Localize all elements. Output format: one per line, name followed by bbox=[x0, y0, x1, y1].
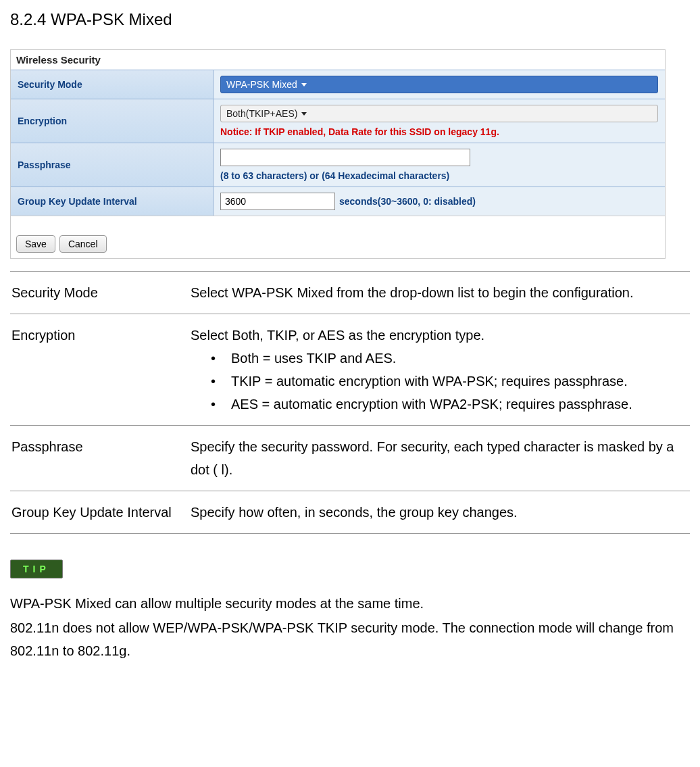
group-key-suffix: seconds(30~3600, 0: disabled) bbox=[339, 196, 476, 207]
security-mode-value: WPA-PSK Mixed bbox=[226, 79, 297, 90]
wireless-security-panel: Wireless Security Security Mode WPA-PSK … bbox=[10, 49, 666, 259]
desc-text: Select WPA-PSK Mixed from the drop-down … bbox=[189, 272, 690, 314]
tip-text: WPA-PSK Mixed can allow multiple securit… bbox=[10, 592, 690, 662]
chevron-down-icon bbox=[301, 83, 307, 86]
label-passphrase: Passphrase bbox=[11, 143, 214, 187]
list-item: AES = automatic encryption with WPA2-PSK… bbox=[211, 393, 686, 416]
row-encryption: Encryption Both(TKIP+AES) Notice: If TKI… bbox=[11, 99, 665, 143]
label-security-mode: Security Mode bbox=[11, 70, 214, 99]
desc-text: Specify the security password. For secur… bbox=[189, 426, 690, 491]
list-item: Both = uses TKIP and AES. bbox=[211, 347, 686, 370]
encryption-notice: Notice: If TKIP enabled, Data Rate for t… bbox=[220, 126, 658, 137]
label-group-key: Group Key Update Interval bbox=[11, 187, 214, 216]
chevron-down-icon bbox=[301, 112, 307, 116]
passphrase-input[interactable] bbox=[220, 149, 470, 166]
table-row: Security Mode Select WPA-PSK Mixed from … bbox=[10, 272, 690, 314]
encryption-select[interactable]: Both(TKIP+AES) bbox=[220, 105, 658, 122]
save-button[interactable]: Save bbox=[16, 235, 55, 253]
security-mode-select[interactable]: WPA-PSK Mixed bbox=[220, 76, 658, 93]
description-table: Security Mode Select WPA-PSK Mixed from … bbox=[10, 271, 690, 534]
encryption-value: Both(TKIP+AES) bbox=[226, 108, 297, 119]
table-row: Passphrase Specify the security password… bbox=[10, 426, 690, 491]
desc-bullets: Both = uses TKIP and AES. TKIP = automat… bbox=[191, 347, 686, 416]
row-passphrase: Passphrase (8 to 63 characters) or (64 H… bbox=[11, 143, 665, 187]
page-heading: 8.2.4 WPA-PSK Mixed bbox=[10, 10, 690, 29]
action-bar: Save Cancel bbox=[11, 216, 665, 258]
desc-term: Passphrase bbox=[10, 426, 189, 491]
tip-line: 802.11n does not allow WEP/WPA-PSK/WPA-P… bbox=[10, 616, 690, 662]
label-encryption: Encryption bbox=[11, 99, 214, 143]
desc-text: Select Both, TKIP, or AES as the encrypt… bbox=[189, 314, 690, 426]
desc-term: Security Mode bbox=[10, 272, 189, 314]
tip-line: WPA-PSK Mixed can allow multiple securit… bbox=[10, 592, 690, 615]
desc-term: Encryption bbox=[10, 314, 189, 426]
group-key-input[interactable] bbox=[220, 193, 335, 210]
table-row: Group Key Update Interval Specify how of… bbox=[10, 491, 690, 534]
desc-text: Specify how often, in seconds, the group… bbox=[189, 491, 690, 534]
desc-intro: Select Both, TKIP, or AES as the encrypt… bbox=[191, 324, 686, 347]
panel-title: Wireless Security bbox=[11, 50, 665, 70]
table-row: Encryption Select Both, TKIP, or AES as … bbox=[10, 314, 690, 426]
tip-badge: TIP bbox=[10, 560, 63, 578]
cancel-button[interactable]: Cancel bbox=[59, 235, 107, 253]
passphrase-hint: (8 to 63 characters) or (64 Hexadecimal … bbox=[220, 170, 658, 181]
desc-term: Group Key Update Interval bbox=[10, 491, 189, 534]
row-group-key: Group Key Update Interval seconds(30~360… bbox=[11, 187, 665, 216]
row-security-mode: Security Mode WPA-PSK Mixed bbox=[11, 70, 665, 99]
list-item: TKIP = automatic encryption with WPA-PSK… bbox=[211, 370, 686, 393]
